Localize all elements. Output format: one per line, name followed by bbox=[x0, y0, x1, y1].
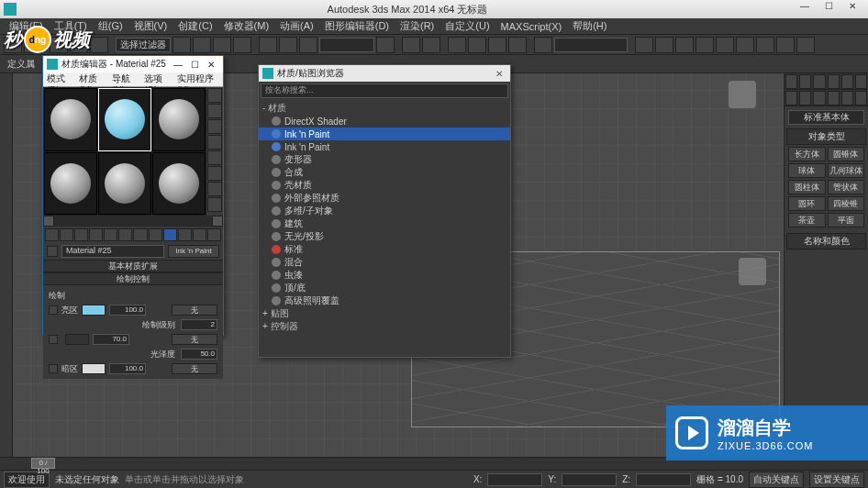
material-list-item[interactable]: 多维/子对象 bbox=[259, 205, 510, 217]
coord-z-field[interactable] bbox=[636, 473, 691, 486]
maximize-button[interactable]: ☐ bbox=[817, 1, 840, 17]
shaded-spinner[interactable]: 70.0 bbox=[93, 334, 129, 345]
snap-button[interactable] bbox=[448, 37, 466, 53]
tab-hierarchy-icon[interactable] bbox=[813, 74, 825, 89]
shaded-checkbox[interactable] bbox=[49, 335, 58, 344]
cat-shapes-icon[interactable] bbox=[799, 91, 811, 105]
btn-pyramid[interactable]: 四棱锥 bbox=[828, 196, 865, 211]
pivot-button[interactable] bbox=[376, 37, 395, 53]
highlight-map-button[interactable]: 无 bbox=[172, 363, 217, 374]
show-map-icon[interactable] bbox=[163, 228, 177, 241]
sample-slot-1[interactable] bbox=[44, 88, 97, 151]
material-list-item[interactable]: 外部参照材质 bbox=[259, 192, 510, 205]
material-list-item[interactable]: 壳材质 bbox=[259, 179, 510, 192]
bind-button[interactable] bbox=[90, 37, 108, 53]
tab-display-icon[interactable] bbox=[841, 74, 853, 89]
material-type-button[interactable]: Ink 'n Paint bbox=[168, 245, 219, 258]
schematic-button[interactable] bbox=[716, 37, 734, 53]
material-list-item[interactable]: 标准 bbox=[259, 243, 510, 256]
go-parent-icon[interactable] bbox=[193, 228, 206, 241]
me-menu-options[interactable]: 选项(O) bbox=[144, 72, 172, 86]
assign-icon[interactable] bbox=[74, 228, 88, 241]
menu-help[interactable]: 帮助(H) bbox=[567, 19, 612, 33]
btn-cone[interactable]: 圆锥体 bbox=[828, 147, 865, 161]
reset-icon[interactable] bbox=[89, 228, 103, 241]
material-list-item[interactable]: 无光/投影 bbox=[259, 230, 510, 243]
select-region-button[interactable] bbox=[213, 37, 231, 53]
lighted-map-button[interactable]: 无 bbox=[172, 305, 217, 316]
cat-helpers-icon[interactable] bbox=[841, 91, 853, 105]
make-unique-icon[interactable] bbox=[118, 228, 132, 241]
backlight-icon[interactable] bbox=[207, 104, 222, 118]
me-menu-mode[interactable]: 模式(D) bbox=[47, 72, 73, 86]
time-slider[interactable]: 0 / 100 bbox=[31, 458, 55, 469]
material-list-item[interactable]: 合成 bbox=[259, 166, 510, 179]
rollout-paint-header[interactable]: 绘制控制 bbox=[43, 272, 223, 285]
select-button[interactable] bbox=[172, 37, 191, 53]
material-list-item[interactable]: Ink 'n Paint bbox=[259, 140, 510, 153]
close-button[interactable]: ✕ bbox=[840, 1, 864, 17]
material-editor-button[interactable] bbox=[736, 37, 754, 53]
material-list-item[interactable]: 建筑 bbox=[259, 217, 510, 230]
move-button[interactable] bbox=[259, 37, 277, 53]
btn-plane[interactable]: 平面 bbox=[828, 213, 865, 227]
manip-button[interactable] bbox=[402, 37, 420, 53]
paint-levels-spinner[interactable]: 2 bbox=[181, 319, 217, 330]
gloss-spinner[interactable]: 50.0 bbox=[181, 349, 217, 360]
material-search-field[interactable]: 按名称搜索... bbox=[261, 83, 508, 98]
cat-geometry-icon[interactable] bbox=[785, 91, 797, 105]
render-button[interactable] bbox=[796, 37, 815, 53]
me-menu-util[interactable]: 实用程序(U) bbox=[177, 72, 219, 86]
material-list-item[interactable]: + 贴图 bbox=[259, 307, 510, 320]
primitive-type-dd[interactable]: 标准基本体 bbox=[788, 110, 864, 125]
rollout-basic-header[interactable]: 基本材质扩展 bbox=[43, 260, 223, 272]
select-name-button[interactable] bbox=[193, 37, 211, 53]
mat-id-icon[interactable] bbox=[149, 228, 162, 241]
btn-torus[interactable]: 圆环 bbox=[788, 196, 826, 211]
rotate-button[interactable] bbox=[279, 37, 297, 53]
menu-view[interactable]: 视图(V) bbox=[128, 19, 173, 33]
video-check-icon[interactable] bbox=[207, 150, 222, 165]
tab-modify-icon[interactable] bbox=[799, 74, 811, 89]
highlight-spinner[interactable]: 100.0 bbox=[109, 363, 146, 374]
lighted-spinner[interactable]: 100.0 bbox=[109, 305, 146, 316]
menu-maxscript[interactable]: MAXScript(X) bbox=[495, 21, 568, 32]
tab-motion-icon[interactable] bbox=[828, 74, 840, 89]
make-copy-icon[interactable] bbox=[104, 228, 117, 241]
lighted-checkbox[interactable] bbox=[49, 305, 58, 315]
cat-cameras-icon[interactable] bbox=[828, 91, 840, 105]
sample-slot-5[interactable] bbox=[98, 152, 151, 216]
minimize-button[interactable]: — bbox=[793, 1, 817, 17]
material-list-item[interactable]: 高级照明覆盖 bbox=[259, 294, 510, 307]
sample-slot-4[interactable] bbox=[44, 152, 97, 216]
menu-modifiers[interactable]: 修改器(M) bbox=[218, 19, 275, 33]
me-minimize-button[interactable]: — bbox=[170, 60, 186, 70]
me-menu-nav[interactable]: 导航(N) bbox=[112, 72, 139, 86]
ref-coord-dd[interactable] bbox=[319, 38, 374, 52]
highlight-swatch[interactable] bbox=[82, 363, 106, 374]
render-frame-button[interactable] bbox=[776, 37, 795, 53]
sample-type-icon[interactable] bbox=[207, 88, 222, 103]
scroll-right-icon[interactable] bbox=[212, 216, 223, 227]
highlight-checkbox[interactable] bbox=[49, 364, 58, 373]
options-icon[interactable] bbox=[207, 182, 222, 196]
show-end-icon[interactable] bbox=[178, 228, 192, 241]
viewcube-persp[interactable] bbox=[739, 258, 766, 285]
material-list-item[interactable]: 混合 bbox=[259, 256, 510, 269]
menu-graph[interactable]: 图形编辑器(D) bbox=[319, 19, 395, 33]
tab-create-icon[interactable] bbox=[785, 74, 797, 89]
coord-x-field[interactable] bbox=[487, 473, 542, 486]
uv-tile-icon[interactable] bbox=[207, 135, 222, 150]
material-list-item[interactable]: + 控制器 bbox=[259, 320, 510, 333]
selection-filter-dd[interactable]: 选择过滤器 bbox=[116, 38, 171, 52]
material-list-item[interactable]: 虫漆 bbox=[259, 269, 510, 282]
sample-slot-6[interactable] bbox=[152, 152, 206, 216]
window-crossing-button[interactable] bbox=[233, 37, 251, 53]
material-browser-titlebar[interactable]: 材质/贴图浏览器 ✕ bbox=[259, 65, 510, 82]
go-sibling-icon[interactable] bbox=[207, 228, 221, 241]
angle-snap-button[interactable] bbox=[468, 37, 486, 53]
material-list-item[interactable]: 变形器 bbox=[259, 153, 510, 166]
menu-animation[interactable]: 动画(A) bbox=[274, 19, 319, 33]
select-by-mat-icon[interactable] bbox=[207, 197, 222, 212]
viewcube-top[interactable] bbox=[729, 81, 756, 108]
